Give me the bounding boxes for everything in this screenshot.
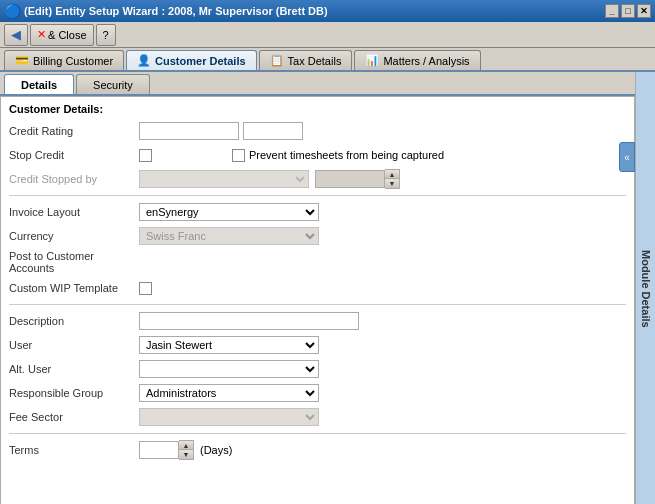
content-area: Details Security Customer Details: Credi… [0,72,635,504]
inner-tab-strip: Details Security [0,72,635,96]
tab-customer-label: Customer Details [155,55,245,67]
matters-icon: 📊 [365,54,379,67]
customer-icon: 👤 [137,54,151,67]
terms-down-arrow[interactable]: ▼ [179,450,193,459]
main-area: Details Security Customer Details: Credi… [0,72,655,504]
back-button[interactable]: ◀ [4,24,28,46]
app-icon: 🔵 [4,3,21,19]
custom-wip-checkbox[interactable] [139,282,152,295]
credit-rating-input[interactable] [139,122,239,140]
credit-stopped-date[interactable]: 30/12/1839 [315,170,385,188]
credit-rating-row: Credit Rating 0.00 [9,121,626,141]
responsible-group-row: Responsible Group Administrators [9,383,626,403]
currency-row: Currency Swiss Franc [9,226,626,246]
prevent-timesheets-label: Prevent timesheets from being captured [249,149,444,161]
stop-credit-checkbox[interactable] [139,149,152,162]
responsible-group-label: Responsible Group [9,387,139,399]
tab-tax-label: Tax Details [288,55,342,67]
close-icon: ✕ [37,28,46,41]
collapse-button[interactable]: « [619,142,635,172]
date-up-arrow[interactable]: ▲ [385,170,399,179]
section-title: Customer Details: [9,103,626,115]
alt-user-label: Alt. User [9,363,139,375]
divider-1 [9,195,626,196]
alt-user-row: Alt. User [9,359,626,379]
tab-billing-label: Billing Customer [33,55,113,67]
invoice-layout-select[interactable]: enSynergy [139,203,319,221]
terms-arrows: ▲ ▼ [179,440,194,460]
description-input[interactable] [139,312,359,330]
custom-wip-row: Custom WIP Template [9,278,626,298]
terms-row: Terms 14 ▲ ▼ (Days) [9,440,626,460]
fee-sector-label: Fee Sector [9,411,139,423]
toolbar: ◀ ✕ & Close ? [0,22,655,48]
stop-credit-row: Stop Credit Prevent timesheets from bein… [9,145,626,165]
terms-label: Terms [9,444,139,456]
user-row: User Jasin Stewert [9,335,626,355]
invoice-layout-label: Invoice Layout [9,206,139,218]
tab-details-label: Details [21,79,57,91]
tab-details[interactable]: Details [4,74,74,94]
close-button[interactable]: ✕ & Close [30,24,94,46]
module-details-panel[interactable]: Module Details [635,72,655,504]
tax-icon: 📋 [270,54,284,67]
custom-wip-label: Custom WIP Template [9,282,139,294]
description-row: Description [9,311,626,331]
description-label: Description [9,315,139,327]
close-label: & Close [48,29,87,41]
tab-matters[interactable]: 📊 Matters / Analysis [354,50,480,70]
terms-spinner: 14 ▲ ▼ [139,440,194,460]
credit-rating-value[interactable]: 0.00 [243,122,303,140]
tab-security[interactable]: Security [76,74,150,94]
stop-credit-label: Stop Credit [9,149,139,161]
invoice-layout-row: Invoice Layout enSynergy [9,202,626,222]
tab-security-label: Security [93,79,133,91]
minimize-button[interactable]: _ [605,4,619,18]
title-bar-controls: _ □ ✕ [605,4,651,18]
days-label: (Days) [200,444,232,456]
currency-label: Currency [9,230,139,242]
billing-icon: 💳 [15,54,29,67]
module-details-label: Module Details [640,250,652,328]
user-select[interactable]: Jasin Stewert [139,336,319,354]
collapse-icon: « [624,152,630,163]
alt-user-select[interactable] [139,360,319,378]
maximize-button[interactable]: □ [621,4,635,18]
tab-matters-label: Matters / Analysis [383,55,469,67]
help-label: ? [103,29,109,41]
currency-select[interactable]: Swiss Franc [139,227,319,245]
tab-tax[interactable]: 📋 Tax Details [259,50,353,70]
title-bar: 🔵 (Edit) Entity Setup Wizard : 2008, Mr … [0,0,655,22]
help-button[interactable]: ? [96,24,116,46]
credit-stopped-row: Credit Stopped by 30/12/1839 ▲ ▼ [9,169,626,189]
post-to-customer-label: Post to Customer Accounts [9,250,139,274]
fee-sector-row: Fee Sector [9,407,626,427]
credit-stopped-select[interactable] [139,170,309,188]
back-icon: ◀ [11,27,21,42]
credit-rating-label: Credit Rating [9,125,139,137]
content-panel: Customer Details: Credit Rating 0.00 Sto… [0,96,635,504]
fee-sector-select[interactable] [139,408,319,426]
divider-3 [9,433,626,434]
post-to-customer-row: Post to Customer Accounts [9,250,626,274]
title-text: (Edit) Entity Setup Wizard : 2008, Mr Su… [24,5,328,17]
title-bar-left: 🔵 (Edit) Entity Setup Wizard : 2008, Mr … [4,3,328,19]
tab-billing[interactable]: 💳 Billing Customer [4,50,124,70]
terms-input[interactable]: 14 [139,441,179,459]
close-window-button[interactable]: ✕ [637,4,651,18]
terms-up-arrow[interactable]: ▲ [179,441,193,450]
user-label: User [9,339,139,351]
date-down-arrow[interactable]: ▼ [385,179,399,188]
divider-2 [9,304,626,305]
responsible-group-select[interactable]: Administrators [139,384,319,402]
tab-customer[interactable]: 👤 Customer Details [126,50,256,70]
credit-stopped-label: Credit Stopped by [9,173,139,185]
tab-strip: 💳 Billing Customer 👤 Customer Details 📋 … [0,48,655,72]
prevent-timesheets-checkbox[interactable] [232,149,245,162]
